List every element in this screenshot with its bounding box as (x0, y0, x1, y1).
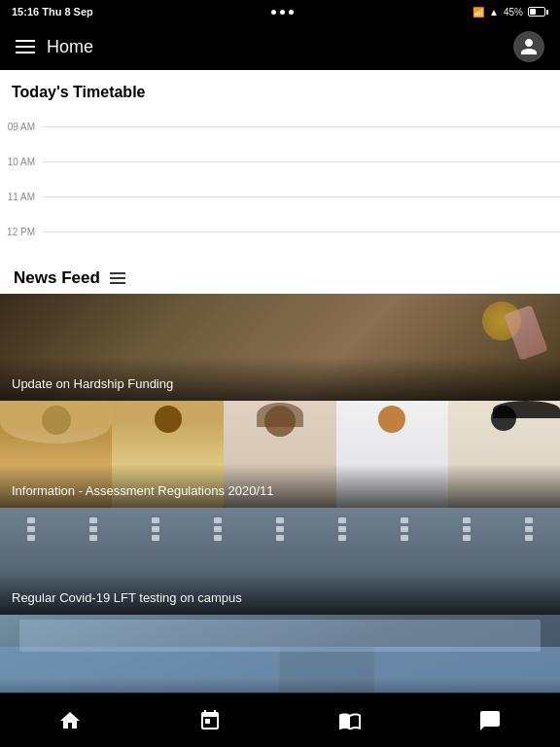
news-card-2-title: Information - Assessment Regulations 202… (12, 483, 548, 500)
calendar-icon (198, 709, 222, 732)
news-feed-header: News Feed (0, 257, 560, 294)
card-overlay: Update on Hardship Funding (0, 357, 560, 401)
time-row-10am: 10 AM (0, 144, 560, 179)
timetable-title: Today's Timetable (0, 80, 560, 109)
time-line (43, 161, 560, 162)
battery-percent: 45% (504, 7, 523, 18)
card-overlay: Information - Assessment Regulations 202… (0, 464, 560, 508)
time-label-11am: 11 AM (0, 192, 43, 202)
time-label-09am: 09 AM (0, 122, 43, 132)
news-card-3[interactable]: Regular Covid-19 LFT testing on campus (0, 508, 560, 615)
time-line (43, 196, 560, 197)
news-card-2[interactable]: Information - Assessment Regulations 202… (0, 401, 560, 508)
hamburger-menu-button[interactable] (16, 40, 35, 53)
home-icon (58, 709, 82, 732)
header-title: Home (47, 37, 93, 57)
status-time: 15:16 Thu 8 Sep (12, 6, 93, 18)
app-header: Home (0, 23, 560, 70)
time-label-10am: 10 AM (0, 157, 43, 167)
header-left: Home (16, 37, 93, 57)
news-list: Update on Hardship Funding (0, 294, 560, 747)
wifi-icon: 📶 (472, 7, 484, 18)
time-line (43, 231, 560, 232)
time-row-12pm: 12 PM (0, 214, 560, 249)
status-dots (271, 10, 294, 15)
news-card-3-title: Regular Covid-19 LFT testing on campus (12, 590, 548, 607)
news-card-1-title: Update on Hardship Funding (12, 376, 548, 393)
nav-item-library[interactable] (280, 709, 420, 732)
nav-item-calendar[interactable] (140, 709, 280, 732)
time-row-09am: 09 AM (0, 109, 560, 144)
news-card-1[interactable]: Update on Hardship Funding (0, 294, 560, 401)
nav-item-home[interactable] (0, 709, 140, 732)
bottom-navigation (0, 693, 560, 747)
status-indicators: 📶 ▲ 45% (472, 7, 548, 18)
status-bar: 15:16 Thu 8 Sep 📶 ▲ 45% (0, 0, 560, 23)
time-row-11am: 11 AM (0, 179, 560, 214)
nav-item-chat[interactable] (420, 709, 560, 732)
user-profile-button[interactable] (513, 31, 544, 62)
time-label-12pm: 12 PM (0, 227, 43, 237)
time-line (43, 126, 560, 127)
timetable-section: Today's Timetable 09 AM 10 AM 11 AM 12 P… (0, 70, 560, 257)
news-feed-title: News Feed (14, 268, 100, 288)
chat-icon (478, 709, 502, 732)
main-content: Today's Timetable 09 AM 10 AM 11 AM 12 P… (0, 70, 560, 747)
news-feed-filter-button[interactable] (110, 272, 125, 284)
battery-icon (528, 7, 548, 17)
card-overlay: Regular Covid-19 LFT testing on campus (0, 571, 560, 615)
book-icon (338, 709, 362, 732)
signal-icon: ▲ (489, 7, 499, 18)
